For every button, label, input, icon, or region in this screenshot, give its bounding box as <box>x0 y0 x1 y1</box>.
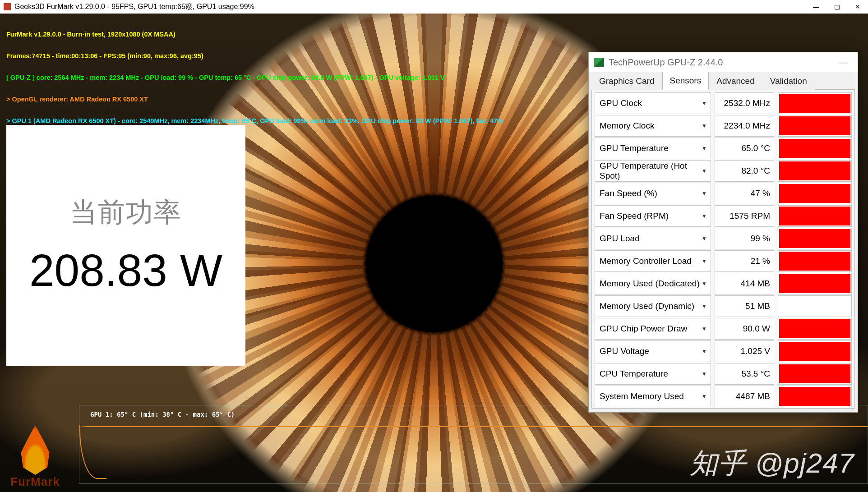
sensor-name-dropdown[interactable]: Fan Speed (%)▼ <box>595 183 711 204</box>
sensor-name-label: GPU Clock <box>600 98 642 108</box>
sensor-name-dropdown[interactable]: System Memory Used▼ <box>595 386 711 407</box>
sensor-name-dropdown[interactable]: Memory Used (Dynamic)▼ <box>595 295 711 317</box>
gpuz-window[interactable]: TechPowerUp GPU-Z 2.44.0 — Graphics Card… <box>588 52 858 413</box>
sensor-name-label: GPU Load <box>600 234 640 244</box>
chevron-down-icon: ▼ <box>702 123 707 129</box>
sensor-name-dropdown[interactable]: CPU Temperature▼ <box>595 363 711 385</box>
sensor-bar-graph <box>778 115 852 137</box>
temperature-graph-label: GPU 1: 65° C (min: 38° C - max: 65° C) <box>90 411 235 418</box>
sensor-name-dropdown[interactable]: GPU Clock▼ <box>595 92 711 114</box>
sensor-row: GPU Clock▼2532.0 MHz <box>595 92 852 114</box>
sensor-row: GPU Temperature (Hot Spot)▼82.0 °C <box>595 160 852 182</box>
sensor-name-dropdown[interactable]: GPU Temperature▼ <box>595 138 711 159</box>
tab-graphics-card[interactable]: Graphics Card <box>591 72 662 90</box>
minimize-button[interactable]: — <box>806 0 826 14</box>
sensor-name-dropdown[interactable]: Memory Clock▼ <box>595 115 711 137</box>
sensor-row: Fan Speed (%)▼47 % <box>595 183 852 204</box>
gpuz-tabs: Graphics Card Sensors Advanced Validatio… <box>589 72 858 89</box>
sensor-value: 53.5 °C <box>715 363 774 385</box>
sensor-row: Memory Used (Dedicated)▼414 MB <box>595 273 852 294</box>
power-value: 208.83 W <box>29 244 222 296</box>
sensor-row: GPU Chip Power Draw▼90.0 W <box>595 318 852 340</box>
overlay-line-gpuz: [ GPU-Z ] core: 2564 MHz - mem: 2234 MHz… <box>6 74 503 81</box>
sensor-bar-graph <box>778 92 852 114</box>
close-button[interactable]: ✕ <box>847 0 868 14</box>
sensor-row: CPU Temperature▼53.5 °C <box>595 363 852 385</box>
power-meter-panel: 当前功率 208.83 W <box>6 125 245 366</box>
sensor-row: GPU Load▼99 % <box>595 228 852 249</box>
sensor-bar-fill <box>779 161 850 180</box>
gpuz-app-icon <box>594 58 604 67</box>
sensor-name-label: CPU Temperature <box>600 369 668 379</box>
sensor-bar-graph <box>778 386 852 407</box>
sensor-name-dropdown[interactable]: Memory Used (Dedicated)▼ <box>595 273 711 294</box>
sensor-name-dropdown[interactable]: Memory Controller Load▼ <box>595 250 711 272</box>
chevron-down-icon: ▼ <box>702 213 707 219</box>
sensor-bar-fill <box>779 94 850 113</box>
sensor-name-dropdown[interactable]: GPU Temperature (Hot Spot)▼ <box>595 160 711 182</box>
sensor-bar-graph <box>778 205 852 227</box>
overlay-line-frames: Frames:74715 - time:00:13:06 - FPS:95 (m… <box>6 52 503 60</box>
sensor-bar-fill <box>779 387 850 406</box>
sensor-bar-graph <box>778 340 852 362</box>
sensor-bar-graph <box>778 160 852 182</box>
sensor-name-dropdown[interactable]: Fan Speed (RPM)▼ <box>595 205 711 227</box>
maximize-button[interactable]: ▢ <box>826 0 847 14</box>
sensor-value: 90.0 W <box>715 318 774 340</box>
sensor-value: 1.025 V <box>715 340 774 362</box>
sensor-value: 82.0 °C <box>715 160 774 182</box>
sensor-name-label: Memory Used (Dedicated) <box>600 279 700 289</box>
sensor-bar-graph <box>778 363 852 385</box>
furmark-window-title: Geeks3D FurMark v1.29.0.0 - 95FPS, GPU1 … <box>14 2 254 12</box>
sensor-value: 99 % <box>715 228 774 249</box>
chevron-down-icon: ▼ <box>702 168 707 174</box>
furmark-logo-text: FurMark <box>8 475 62 489</box>
chevron-down-icon: ▼ <box>702 348 707 354</box>
sensor-name-label: GPU Chip Power Draw <box>600 324 687 334</box>
sensor-name-dropdown[interactable]: GPU Voltage▼ <box>595 340 711 362</box>
sensor-bar-graph <box>778 228 852 249</box>
sensor-name-label: Fan Speed (RPM) <box>600 211 669 221</box>
sensor-bar-fill <box>779 342 850 361</box>
tab-advanced[interactable]: Advanced <box>709 72 762 90</box>
sensor-name-dropdown[interactable]: GPU Load▼ <box>595 228 711 249</box>
overlay-line-gpu1: > GPU 1 (AMD Radeon RX 6500 XT) - core: … <box>6 117 503 124</box>
overlay-line-renderer: > OpenGL renderer: AMD Radeon RX 6500 XT <box>6 96 503 103</box>
gpuz-window-title: TechPowerUp GPU-Z 2.44.0 <box>609 57 723 68</box>
sensor-value: 65.0 °C <box>715 138 774 159</box>
sensor-bar-graph <box>778 295 852 317</box>
sensor-name-label: Fan Speed (%) <box>600 189 657 198</box>
sensor-bar-fill <box>779 184 850 203</box>
sensor-value: 47 % <box>715 183 774 204</box>
tab-validation[interactable]: Validation <box>762 72 815 90</box>
furmark-titlebar: Geeks3D FurMark v1.29.0.0 - 95FPS, GPU1 … <box>0 0 868 14</box>
chevron-down-icon: ▼ <box>702 371 707 377</box>
chevron-down-icon: ▼ <box>702 235 707 242</box>
sensor-row: Memory Clock▼2234.0 MHz <box>595 115 852 137</box>
chevron-down-icon: ▼ <box>702 258 707 264</box>
sensor-name-label: Memory Used (Dynamic) <box>600 301 694 311</box>
sensor-name-label: GPU Temperature <box>600 143 669 153</box>
watermark: 知乎 @pj247 <box>690 444 854 482</box>
chevron-down-icon: ▼ <box>702 145 707 152</box>
gpuz-sensors-panel: GPU Clock▼2532.0 MHzMemory Clock▼2234.0 … <box>591 89 855 409</box>
chevron-down-icon: ▼ <box>702 393 707 400</box>
furmark-app-icon <box>4 3 11 10</box>
sensor-value: 2234.0 MHz <box>715 115 774 137</box>
sensor-bar-fill <box>779 207 850 225</box>
sensor-bar-fill <box>779 139 850 158</box>
chevron-down-icon: ▼ <box>702 190 707 197</box>
sensor-row: System Memory Used▼4487 MB <box>595 386 852 407</box>
gpuz-minimize-button[interactable]: — <box>834 57 852 68</box>
overlay-line-header: FurMark v1.29.0.0 - Burn-in test, 1920x1… <box>6 31 503 38</box>
sensor-value: 1575 RPM <box>715 205 774 227</box>
temperature-graph-curve <box>79 425 106 479</box>
sensor-bar-graph <box>778 138 852 159</box>
tab-sensors[interactable]: Sensors <box>662 72 709 90</box>
sensor-row: Memory Controller Load▼21 % <box>595 250 852 272</box>
sensor-name-dropdown[interactable]: GPU Chip Power Draw▼ <box>595 318 711 340</box>
sensor-value: 51 MB <box>715 295 774 317</box>
chevron-down-icon: ▼ <box>702 100 707 106</box>
gpuz-titlebar[interactable]: TechPowerUp GPU-Z 2.44.0 — <box>589 52 858 72</box>
sensor-value: 414 MB <box>715 273 774 294</box>
